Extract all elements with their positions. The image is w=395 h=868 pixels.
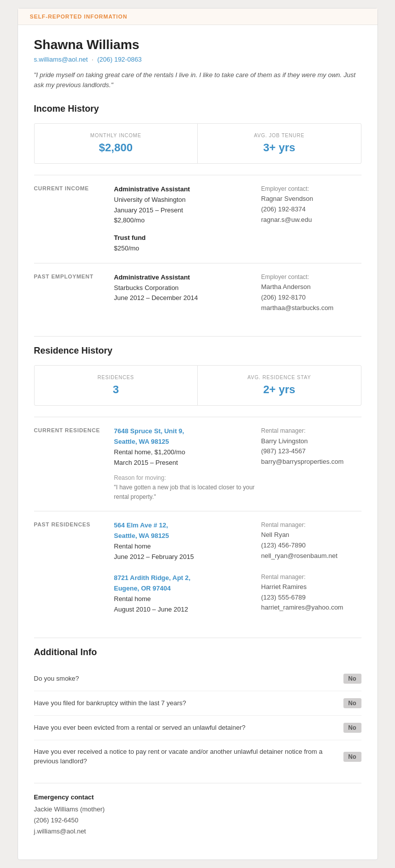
current-residence-section: CURRENT RESIDENCE 7648 Spruce St, Unit 9… [34, 417, 361, 511]
past2-address-line1[interactable]: 8721 Ardith Ridge, Apt 2, [114, 573, 261, 584]
trust-fund-pay: $250/mo [114, 243, 261, 254]
past-employment-label: PAST EMPLOYMENT [34, 272, 114, 279]
avg-job-tenure-value: 3+ yrs [198, 141, 361, 154]
avg-stay-value: 2+ yrs [198, 383, 361, 396]
past-residences-contacts: Rental manager: Nell Ryan (123) 456-7890… [261, 520, 361, 613]
qa-row-3: Have you ever been evicted from a rental… [34, 716, 361, 740]
residences-label: RESIDENCES [35, 375, 198, 380]
past1-rental-manager-email: nell_ryan@rosenbaum.net [261, 551, 361, 561]
current-income-label: CURRENT INCOME [34, 184, 114, 191]
emergency-info: Jackie Williams (mother) (206) 192-6450 … [34, 804, 361, 837]
past1-rental-manager-name: Nell Ryan [261, 530, 361, 540]
additional-info-section: Do you smoke? No Have you filed for bank… [34, 667, 361, 772]
additional-divider [34, 638, 361, 638]
monthly-income-value: $2,800 [35, 141, 198, 154]
qa-answer-4: No [343, 752, 361, 762]
emergency-email: j.williams@aol.net [34, 826, 361, 837]
current-residence-type: Rental home, $1,200/mo [114, 447, 261, 458]
current-employer-contact-phone: (206) 192-8374 [261, 204, 361, 215]
current-rental-manager-name: Barry Livingston [261, 436, 361, 447]
current-residence-row: CURRENT RESIDENCE 7648 Spruce St, Unit 9… [34, 426, 361, 502]
contact-separator: · [92, 56, 95, 63]
avg-job-tenure-box: AVG. JOB TENURE 3+ yrs [198, 124, 361, 163]
income-stats-row: MONTHLY INCOME $2,800 AVG. JOB TENURE 3+… [34, 123, 361, 164]
reason-label: Reason for moving: [114, 473, 261, 483]
past1-block: 564 Elm Ave # 12, Seattle, WA 98125 Rent… [114, 520, 261, 562]
profile-card: SELF-REPORTED INFORMATION Shawna William… [18, 8, 378, 860]
past-residences-section: PAST RESIDENCES 564 Elm Ave # 12, Seattl… [34, 511, 361, 624]
emergency-block: Emergency contact Jackie Williams (mothe… [34, 783, 361, 837]
current-employer-contact-name: Ragnar Svendson [261, 194, 361, 204]
current-job-title: Administrative Assistant [114, 184, 261, 195]
past2-dates: August 2010 – June 2012 [114, 605, 261, 615]
past1-contact-block: Rental manager: Nell Ryan (123) 456-7890… [261, 520, 361, 561]
residence-history-title: Residence History [34, 346, 361, 356]
current-rental-manager-phone: (987) 123-4567 [261, 446, 361, 457]
past-employer-contact: Employer contact: Martha Anderson (206) … [261, 272, 361, 314]
trust-fund-label: Trust fund [114, 233, 261, 243]
current-residence-dates: March 2015 – Present [114, 458, 261, 468]
qa-answer-2: No [343, 698, 361, 708]
current-income-main: Administrative Assistant University of W… [114, 184, 261, 254]
past-job-title: Administrative Assistant [114, 272, 261, 283]
reason-text: "I have gotten a new job that is located… [114, 483, 261, 502]
past2-rental-manager-label: Rental manager: [261, 572, 361, 582]
past1-rental-manager-phone: (123) 456-7890 [261, 540, 361, 551]
avg-stay-box: AVG. RESIDENCE STAY 2+ yrs [198, 366, 361, 405]
past-employment-section: PAST EMPLOYMENT Administrative Assistant… [34, 263, 361, 323]
qa-question-4: Have you ever received a notice to pay r… [34, 747, 343, 765]
past1-address-line1[interactable]: 564 Elm Ave # 12, [114, 520, 261, 531]
past1-type: Rental home [114, 541, 261, 552]
qa-question-3: Have you ever been evicted from a rental… [34, 723, 343, 732]
current-job-pay: $2,800/mo [114, 215, 261, 226]
additional-info-title: Additional Info [34, 647, 361, 658]
past2-type: Rental home [114, 594, 261, 605]
residence-stats-row: RESIDENCES 3 AVG. RESIDENCE STAY 2+ yrs [34, 365, 361, 406]
past-residences-row: PAST RESIDENCES 564 Elm Ave # 12, Seattl… [34, 520, 361, 615]
current-rental-manager-email: barry@barrysproperties.com [261, 457, 361, 467]
current-job-employer: University of Washington [114, 195, 261, 205]
residences-box: RESIDENCES 3 [35, 366, 198, 405]
qa-answer-1: No [343, 674, 361, 684]
past-residences-label: PAST RESIDENCES [34, 520, 114, 527]
applicant-phone[interactable]: (206) 192-0863 [97, 56, 142, 63]
current-job-dates: January 2015 – Present [114, 205, 261, 216]
qa-question-2: Have you filed for bankruptcy within the… [34, 699, 343, 708]
current-employer-contact-label: Employer contact: [261, 184, 361, 194]
applicant-quote: "I pride myself on taking great care of … [34, 70, 361, 90]
past2-rental-manager-name: Harriet Ramires [261, 582, 361, 593]
income-history-title: Income History [34, 104, 361, 114]
current-address-line1[interactable]: 7648 Spruce St, Unit 9, [114, 426, 261, 437]
current-income-row: CURRENT INCOME Administrative Assistant … [34, 184, 361, 254]
past1-address-line2[interactable]: Seattle, WA 98125 [114, 531, 261, 541]
past1-dates: June 2012 – February 2015 [114, 552, 261, 562]
current-employer-contact: Employer contact: Ragnar Svendson (206) … [261, 184, 361, 225]
past-employment-main: Administrative Assistant Starbucks Corpo… [114, 272, 261, 304]
past-residences-main: 564 Elm Ave # 12, Seattle, WA 98125 Rent… [114, 520, 261, 615]
past2-contact-block: Rental manager: Harriet Ramires (123) 55… [261, 572, 361, 614]
applicant-name: Shawna Williams [34, 37, 361, 53]
qa-answer-3: No [343, 723, 361, 733]
past-job-employer: Starbucks Corporation [114, 283, 261, 294]
current-employer-contact-email: ragnar.s@uw.edu [261, 215, 361, 225]
residences-value: 3 [35, 383, 198, 396]
qa-question-1: Do you smoke? [34, 674, 343, 683]
qa-row-1: Do you smoke? No [34, 667, 361, 691]
current-residence-main: 7648 Spruce St, Unit 9, Seattle, WA 9812… [114, 426, 261, 502]
current-rental-manager-contact: Rental manager: Barry Livingston (987) 1… [261, 426, 361, 467]
contact-line: s.williams@aol.net · (206) 192-0863 [34, 56, 361, 63]
reason-block: Reason for moving: "I have gotten a new … [114, 473, 261, 502]
past1-rental-manager-label: Rental manager: [261, 520, 361, 530]
current-address-line2[interactable]: Seattle, WA 98125 [114, 437, 261, 447]
past2-address-line2[interactable]: Eugene, OR 97404 [114, 584, 261, 594]
applicant-email[interactable]: s.williams@aol.net [34, 56, 88, 63]
past-employer-contact-label: Employer contact: [261, 272, 361, 282]
avg-job-tenure-label: AVG. JOB TENURE [198, 133, 361, 138]
past-employment-row: PAST EMPLOYMENT Administrative Assistant… [34, 272, 361, 314]
qa-row-2: Have you filed for bankruptcy within the… [34, 691, 361, 716]
self-reported-banner: SELF-REPORTED INFORMATION [18, 9, 377, 25]
past-job-dates: June 2012 – December 2014 [114, 293, 261, 304]
monthly-income-label: MONTHLY INCOME [35, 133, 198, 138]
current-income-section: CURRENT INCOME Administrative Assistant … [34, 175, 361, 263]
qa-row-4: Have you ever received a notice to pay r… [34, 740, 361, 772]
